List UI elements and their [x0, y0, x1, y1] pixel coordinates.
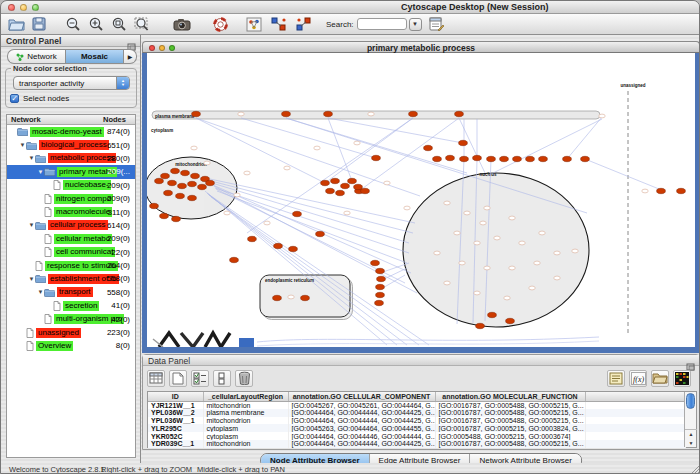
mitochondrion-label: mitochondrion: [175, 162, 207, 167]
new-attribute-button[interactable]: [169, 370, 187, 387]
network-view-title: primary metabolic process: [143, 43, 699, 53]
tree-item-metabolic-process[interactable]: ▼metabolic process280(0): [7, 152, 135, 165]
tree-item-mosaic-demo-yeast[interactable]: mosaic-demo-yeast874(0): [7, 125, 135, 138]
layout-b-button[interactable]: [294, 15, 314, 33]
resize-grip-icon[interactable]: [690, 464, 700, 474]
search-input[interactable]: [357, 18, 407, 30]
col-header-cellular[interactable]: annotation.GO CELLULAR_COMPONENT: [288, 392, 435, 401]
col-header-region[interactable]: _cellularLayoutRegion: [203, 392, 288, 401]
zoom-fit-button[interactable]: [132, 15, 152, 33]
search-options-dropdown[interactable]: ▼: [409, 18, 422, 31]
file-icon: [53, 301, 63, 311]
function-builder-button[interactable]: f(x): [629, 370, 647, 387]
zoom-in-button[interactable]: [86, 15, 106, 33]
zoom-window-icon[interactable]: [32, 4, 39, 11]
cytoscape-window: Cytoscape Desktop (New Session) Search: …: [0, 0, 700, 474]
tree-item-node-count: 558(0): [107, 288, 130, 297]
minimize-window-icon[interactable]: [20, 4, 27, 11]
status-pan-hint: Middle-click + drag to PAN: [197, 465, 285, 474]
tab-mosaic[interactable]: Mosaic: [65, 49, 124, 64]
tree-item-cell-communicat[interactable]: cell communicat22(0): [7, 246, 135, 259]
network-canvas[interactable]: plasma membrane cytoplasm mitochondrion …: [147, 53, 695, 347]
more-tabs-arrow-icon[interactable]: ▶: [124, 49, 137, 64]
table-cell: mitochondrion: [203, 440, 288, 448]
disclosure-triangle-icon[interactable]: ▼: [28, 155, 35, 161]
tree-item-nucleobase-[interactable]: nucleobase-209(0): [7, 179, 135, 192]
tree-item-label: cellular metabo: [54, 234, 112, 244]
close-window-icon[interactable]: [8, 4, 15, 11]
endoplasmic-reticulum-label: endoplasmic reticulum: [265, 278, 314, 283]
node-attribute-table[interactable]: ID _cellularLayoutRegion annotation.GO C…: [148, 392, 686, 448]
tree-item-response-to-stimulu[interactable]: response to stimulu264(0): [7, 259, 135, 272]
tree-item-cellular-metabo[interactable]: cellular metabo209(0): [7, 232, 135, 245]
col-header-molecular[interactable]: annotation.GO MOLECULAR_FUNCTION: [435, 392, 585, 401]
table-cell: YJR121W__1: [148, 401, 203, 409]
table-cell: [585, 409, 685, 417]
select-attributes-button[interactable]: [191, 370, 209, 387]
snapshot-camera-button[interactable]: [172, 15, 192, 33]
unselect-attributes-button[interactable]: [213, 370, 231, 387]
open-session-button[interactable]: [6, 15, 26, 33]
table-cell: [GO:0016787, GO:0005488, GO:0005215, G..…: [435, 440, 585, 448]
save-session-button[interactable]: [29, 15, 49, 33]
control-panel: Control Panel Network Mosaic ▶ Node colo…: [1, 35, 141, 463]
tree-item-overview[interactable]: Overview8(0): [7, 339, 135, 352]
annotation-form-button[interactable]: [427, 15, 447, 33]
tree-item-node-count: 651(0): [107, 141, 130, 150]
help-ring-button[interactable]: [210, 15, 230, 33]
file-icon: [44, 194, 54, 204]
scrollbar-arrows[interactable]: ▲▼: [685, 429, 697, 447]
file-icon: [44, 207, 54, 217]
tab-network[interactable]: Network: [7, 49, 65, 64]
table-row[interactable]: YLR295Ccytoplasm[GO:0045263, GO:0044464,…: [148, 424, 685, 432]
file-icon: [44, 314, 54, 324]
table-cell: [GO:0045267, GO:0045261, GO:0044464, G..…: [288, 401, 435, 409]
disclosure-triangle-icon[interactable]: ▼: [37, 289, 44, 295]
table-row[interactable]: YJR121W__1mitochondrion[GO:0045267, GO:0…: [148, 401, 685, 409]
table-row[interactable]: YPL036W__1mitochondrion[GO:0044464, GO:0…: [148, 417, 685, 425]
data-panel-title: Data Panel: [148, 356, 190, 366]
table-row[interactable]: YPL036W__2plasma membrane[GO:0044464, GO…: [148, 409, 685, 417]
table-row[interactable]: YDR039C__1mitochondrion[GO:0044464, GO:0…: [148, 440, 685, 448]
node-color-dropdown[interactable]: transporter activity ▲▼: [13, 76, 130, 90]
select-nodes-label: Select nodes: [23, 94, 69, 103]
tree-item-secretion[interactable]: secretion41(0): [7, 299, 135, 312]
tree-item-multi-organism-pro[interactable]: multi-organism pro42(0): [7, 312, 135, 325]
disclosure-triangle-icon[interactable]: ▼: [37, 169, 44, 175]
network-view-titlebar[interactable]: primary metabolic process: [142, 41, 700, 53]
import-attributes-folder-button[interactable]: [651, 370, 669, 387]
disclosure-triangle-icon[interactable]: ▼: [19, 142, 26, 148]
tree-item-establishment-of-lo[interactable]: ▼establishment of lo558(0): [7, 272, 135, 285]
matrix-heatmap-button[interactable]: [673, 370, 691, 387]
tree-item-macromolecule[interactable]: macromolecule311(0): [7, 205, 135, 218]
table-row[interactable]: YKR052Ccytoplasm[GO:0044464, GO:0044446,…: [148, 432, 685, 440]
table-scrollbar[interactable]: ▲▼: [684, 392, 696, 447]
tree-item-node-count: 41(0): [111, 301, 130, 310]
window-titlebar: Cytoscape Desktop (New Session): [1, 1, 700, 14]
col-header-id[interactable]: ID: [148, 392, 203, 401]
notes-button[interactable]: [607, 370, 625, 387]
disclosure-triangle-icon[interactable]: ▼: [28, 222, 35, 228]
select-nodes-checkbox[interactable]: ✓: [10, 94, 19, 103]
tree-item-node-count: 209(0): [107, 234, 130, 243]
tree-item-primary-metabo[interactable]: ▼primary metabo209(...: [7, 165, 135, 178]
tree-item-cellular-process[interactable]: ▼cellular process614(0): [7, 219, 135, 232]
tree-item-label: cell communicat: [54, 247, 115, 257]
zoom-selected-button[interactable]: [109, 15, 129, 33]
tree-item-transport[interactable]: ▼transport558(0): [7, 286, 135, 299]
tree-item-unassigned[interactable]: unassigned223(0): [7, 326, 135, 339]
table-mode-button[interactable]: [147, 370, 165, 387]
file-icon: [44, 247, 54, 257]
tree-item-biological-process[interactable]: ▼biological_process651(0): [7, 138, 135, 151]
layout-a-button[interactable]: [269, 15, 289, 33]
delete-attribute-trash-button[interactable]: [235, 370, 253, 387]
network-overview-button[interactable]: [244, 15, 264, 33]
zoom-out-button[interactable]: [63, 15, 83, 33]
tree-item-label: nitrogen compo: [54, 194, 113, 204]
unassigned-label: unassigned: [620, 83, 645, 88]
attribute-table-container: ID _cellularLayoutRegion annotation.GO C…: [147, 391, 697, 448]
tree-item-nitrogen-compo[interactable]: nitrogen compo209(0): [7, 192, 135, 205]
table-scrollbar-thumb[interactable]: [686, 393, 695, 409]
disclosure-triangle-icon[interactable]: ▼: [28, 276, 35, 282]
plasma-membrane-region: [152, 111, 600, 119]
